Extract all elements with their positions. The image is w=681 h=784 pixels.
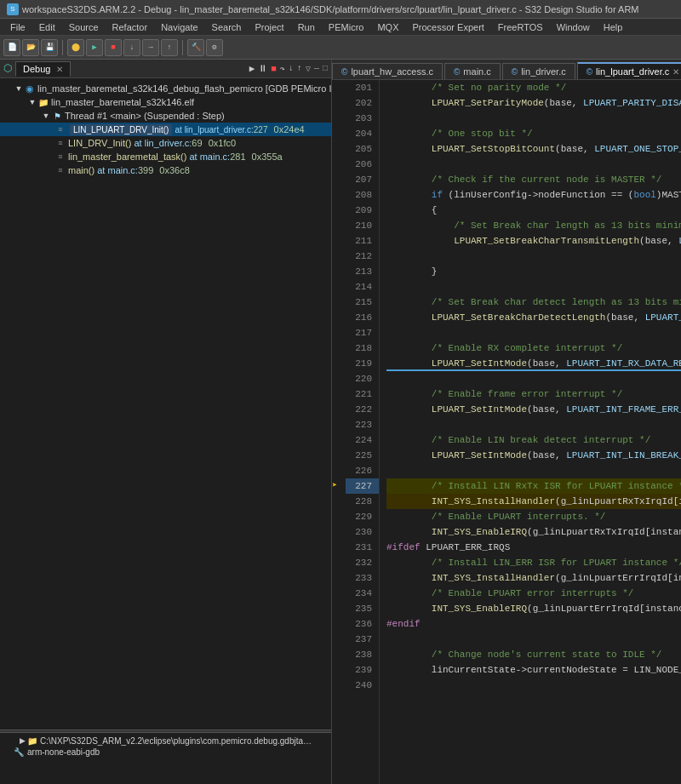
- tree-thread[interactable]: ▼ ⚑ Thread #1 <main> (Suspended : Step): [0, 109, 331, 123]
- al-221: [332, 386, 346, 402]
- al-234: [332, 586, 346, 601]
- toolbar-settings[interactable]: ⚙: [206, 39, 223, 56]
- menu-mqx[interactable]: MQX: [370, 20, 405, 34]
- tree-frame-1[interactable]: ≡ LIN_DRV_Init() at lin_driver.c:69 0x1f…: [0, 136, 331, 150]
- code-view[interactable]: ➤ 201 202 203 204: [332, 80, 681, 784]
- ln-233: 233: [346, 570, 379, 586]
- ln-213: 213: [346, 264, 379, 279]
- code-234: /* Enable LPUART error interrupts */: [386, 586, 681, 601]
- menu-window[interactable]: Window: [550, 20, 597, 34]
- code-220: [386, 371, 681, 386]
- toolbar-save[interactable]: 💾: [41, 39, 58, 56]
- debug-tree: ▼ ◉ lin_master_baremetal_s32k146_debug_f…: [0, 78, 331, 730]
- ln-218: 218: [346, 340, 379, 356]
- tree-arrow-thread[interactable]: ▼: [41, 111, 51, 121]
- al-218: [332, 340, 346, 356]
- frame0-icon: ≡: [54, 123, 66, 135]
- al-208: [332, 187, 346, 203]
- code-214: [386, 279, 681, 295]
- tree-frame-0[interactable]: ≡ LIN_LPUART_DRV_Init() at lin_lpuart_dr…: [0, 123, 331, 136]
- ln-231: 231: [346, 540, 379, 555]
- debug-stop-btn[interactable]: ■: [271, 64, 277, 74]
- code-221: /* Enable frame error interrupt */: [386, 386, 681, 402]
- debug-panel-min[interactable]: —: [314, 64, 319, 73]
- code-204: /* One stop bit */: [386, 126, 681, 141]
- ln-214: 214: [346, 279, 379, 295]
- console-line1[interactable]: ▶ 📁 C:\NXP\S32DS_ARM_v2.2\eclipse\plugin…: [3, 735, 328, 747]
- toolbar-debug[interactable]: ⬤: [67, 39, 84, 56]
- debug-panel-max[interactable]: □: [323, 64, 328, 73]
- toolbar-step-over[interactable]: →: [142, 39, 159, 56]
- tab-lin-lpuart-close[interactable]: ✕: [672, 67, 679, 77]
- menu-source[interactable]: Source: [62, 20, 106, 34]
- toolbar-step-into[interactable]: ↓: [123, 39, 140, 56]
- code-239: linCurrentState->currentNodeState = LIN_…: [386, 662, 681, 678]
- tree-frame-3[interactable]: ≡ main() at main.c:399 0x36c8: [0, 163, 331, 177]
- frame1-line: 69: [192, 138, 202, 148]
- toolbar-open[interactable]: 📂: [22, 39, 39, 56]
- tree-elf[interactable]: ▼ 📁 lin_master_baremetal_s32k146.elf: [0, 95, 331, 109]
- tree-project[interactable]: ▼ ◉ lin_master_baremetal_s32k146_debug_f…: [0, 82, 331, 95]
- debug-tab-bar: ⬡ Debug ✕ ▶ ⏸ ■ ↷ ↓ ↑ ▽ — □: [0, 60, 331, 78]
- toolbar-stop[interactable]: ■: [105, 39, 122, 56]
- menu-refactor[interactable]: Refactor: [106, 20, 155, 34]
- menu-pemicro[interactable]: PEMicro: [322, 20, 371, 34]
- ln-209: 209: [346, 203, 379, 218]
- tree-frame-2[interactable]: ≡ lin_master_baremetal_task() at main.c:…: [0, 150, 331, 163]
- debug-resume-btn[interactable]: ▶: [249, 63, 255, 74]
- code-203: [386, 111, 681, 126]
- al-230: [332, 524, 346, 540]
- debug-stepinto-btn[interactable]: ↓: [289, 64, 294, 73]
- menu-project[interactable]: Project: [248, 20, 290, 34]
- thread-icon: ⚑: [51, 110, 63, 122]
- toolbar-build[interactable]: 🔨: [187, 39, 204, 56]
- menu-run[interactable]: Run: [291, 20, 322, 34]
- ln-201: 201: [346, 80, 379, 95]
- code-237: [386, 632, 681, 647]
- code-206: [386, 157, 681, 172]
- al-215: [332, 295, 346, 310]
- ln-227: 227: [346, 478, 379, 494]
- menu-search[interactable]: Search: [205, 20, 249, 34]
- tree-arrow-project[interactable]: ▼: [14, 83, 24, 94]
- tab-main[interactable]: © main.c: [444, 63, 501, 79]
- tree-arrow-elf[interactable]: ▼: [27, 97, 37, 107]
- debug-stepover-btn[interactable]: ↷: [280, 64, 285, 74]
- menu-bar: File Edit Source Refactor Navigate Searc…: [0, 19, 681, 36]
- code-227: /* Install LIN RxTx ISR for LPUART insta…: [386, 478, 681, 494]
- debug-panel-menu[interactable]: ▽: [306, 64, 311, 74]
- toolbar-step-return[interactable]: ↑: [161, 39, 178, 56]
- al-233: [332, 570, 346, 586]
- code-content: /* Set no parity mode */ LPUART_SetParit…: [380, 80, 681, 784]
- ln-239: 239: [346, 662, 379, 678]
- console-line2[interactable]: 🔧 arm-none-eabi-gdb: [14, 747, 328, 758]
- code-212: [386, 249, 681, 264]
- right-panel: © lpuart_hw_access.c © main.c © lin_driv…: [332, 60, 681, 784]
- toolbar-new[interactable]: 📄: [3, 39, 20, 56]
- al-228: [332, 494, 346, 509]
- debug-tab[interactable]: Debug ✕: [15, 61, 71, 77]
- toolbar-sep2: [182, 40, 183, 55]
- ln-206: 206: [346, 157, 379, 172]
- toolbar-run[interactable]: ▶: [86, 39, 103, 56]
- menu-processor-expert[interactable]: Processor Expert: [405, 20, 490, 34]
- menu-help[interactable]: Help: [597, 20, 630, 34]
- ln-232: 232: [346, 555, 379, 570]
- tab-lin-driver[interactable]: © lin_driver.c: [502, 63, 575, 79]
- al-227: ➤: [332, 478, 346, 494]
- code-211: LPUART_SetBreakCharTransmitLength(base, …: [386, 233, 681, 249]
- menu-edit[interactable]: Edit: [32, 20, 62, 34]
- tab-lpuart-hw[interactable]: © lpuart_hw_access.c: [332, 63, 443, 79]
- code-217: [386, 325, 681, 340]
- menu-navigate[interactable]: Navigate: [154, 20, 204, 34]
- frame3-text: main() at main.c:399 0x36c8: [68, 165, 190, 175]
- ln-220: 220: [346, 371, 379, 386]
- ln-225: 225: [346, 448, 379, 463]
- debug-tab-close[interactable]: ✕: [56, 65, 63, 74]
- menu-file[interactable]: File: [3, 20, 32, 34]
- menu-freertos[interactable]: FreeRTOS: [491, 20, 550, 34]
- code-205: LPUART_SetStopBitCount(base, LPUART_ONE_…: [386, 141, 681, 157]
- debug-suspend-btn[interactable]: ⏸: [258, 63, 267, 74]
- debug-stepreturn-btn[interactable]: ↑: [297, 64, 302, 73]
- tab-lin-lpuart[interactable]: © lin_lpuart_driver.c ✕: [577, 62, 681, 79]
